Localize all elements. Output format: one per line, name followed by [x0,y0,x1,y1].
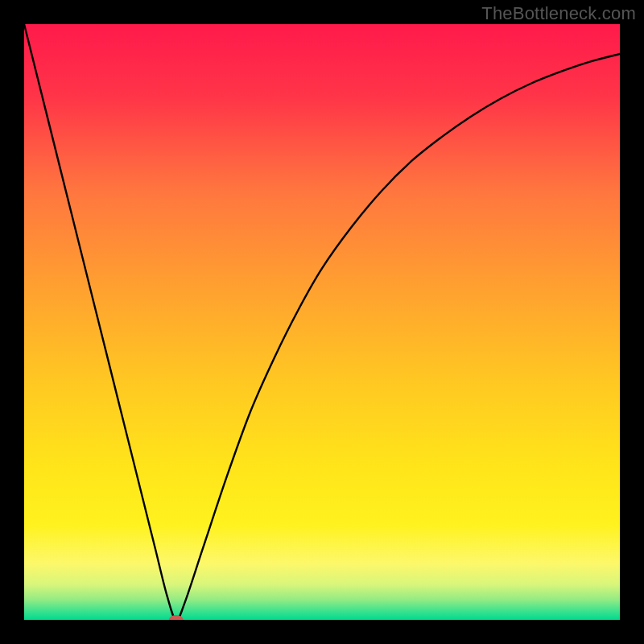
watermark-text: TheBottleneck.com [481,3,636,24]
chart-frame: TheBottleneck.com [0,0,644,644]
gradient-background [24,24,620,620]
bottleneck-chart [24,24,620,620]
